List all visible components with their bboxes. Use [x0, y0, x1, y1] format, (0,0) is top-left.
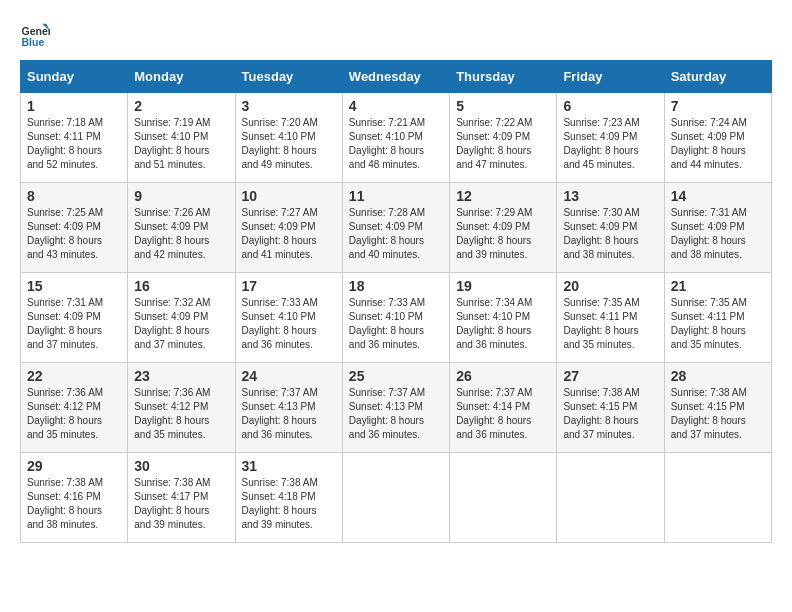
calendar-cell: 20Sunrise: 7:35 AMSunset: 4:11 PMDayligh… [557, 273, 664, 363]
day-number: 2 [134, 98, 228, 114]
weekday-header: Monday [128, 61, 235, 93]
calendar-cell [664, 453, 771, 543]
cell-info: Sunrise: 7:24 AMSunset: 4:09 PMDaylight:… [671, 117, 747, 170]
calendar-cell: 1Sunrise: 7:18 AMSunset: 4:11 PMDaylight… [21, 93, 128, 183]
cell-info: Sunrise: 7:28 AMSunset: 4:09 PMDaylight:… [349, 207, 425, 260]
page-header: General Blue [20, 20, 772, 50]
weekday-header: Wednesday [342, 61, 449, 93]
cell-info: Sunrise: 7:34 AMSunset: 4:10 PMDaylight:… [456, 297, 532, 350]
cell-info: Sunrise: 7:37 AMSunset: 4:13 PMDaylight:… [242, 387, 318, 440]
cell-info: Sunrise: 7:20 AMSunset: 4:10 PMDaylight:… [242, 117, 318, 170]
calendar-cell: 31Sunrise: 7:38 AMSunset: 4:18 PMDayligh… [235, 453, 342, 543]
calendar-cell: 28Sunrise: 7:38 AMSunset: 4:15 PMDayligh… [664, 363, 771, 453]
calendar-cell [450, 453, 557, 543]
calendar-cell: 29Sunrise: 7:38 AMSunset: 4:16 PMDayligh… [21, 453, 128, 543]
calendar-cell: 3Sunrise: 7:20 AMSunset: 4:10 PMDaylight… [235, 93, 342, 183]
day-number: 16 [134, 278, 228, 294]
day-number: 4 [349, 98, 443, 114]
day-number: 7 [671, 98, 765, 114]
calendar-cell: 14Sunrise: 7:31 AMSunset: 4:09 PMDayligh… [664, 183, 771, 273]
cell-info: Sunrise: 7:33 AMSunset: 4:10 PMDaylight:… [242, 297, 318, 350]
calendar-cell: 7Sunrise: 7:24 AMSunset: 4:09 PMDaylight… [664, 93, 771, 183]
day-number: 15 [27, 278, 121, 294]
calendar-cell: 10Sunrise: 7:27 AMSunset: 4:09 PMDayligh… [235, 183, 342, 273]
cell-info: Sunrise: 7:31 AMSunset: 4:09 PMDaylight:… [27, 297, 103, 350]
day-number: 26 [456, 368, 550, 384]
day-number: 19 [456, 278, 550, 294]
calendar-cell: 4Sunrise: 7:21 AMSunset: 4:10 PMDaylight… [342, 93, 449, 183]
calendar-cell: 24Sunrise: 7:37 AMSunset: 4:13 PMDayligh… [235, 363, 342, 453]
calendar-cell: 25Sunrise: 7:37 AMSunset: 4:13 PMDayligh… [342, 363, 449, 453]
logo: General Blue [20, 20, 50, 50]
cell-info: Sunrise: 7:29 AMSunset: 4:09 PMDaylight:… [456, 207, 532, 260]
cell-info: Sunrise: 7:21 AMSunset: 4:10 PMDaylight:… [349, 117, 425, 170]
day-number: 20 [563, 278, 657, 294]
calendar-week-row: 1Sunrise: 7:18 AMSunset: 4:11 PMDaylight… [21, 93, 772, 183]
cell-info: Sunrise: 7:25 AMSunset: 4:09 PMDaylight:… [27, 207, 103, 260]
cell-info: Sunrise: 7:19 AMSunset: 4:10 PMDaylight:… [134, 117, 210, 170]
cell-info: Sunrise: 7:38 AMSunset: 4:17 PMDaylight:… [134, 477, 210, 530]
cell-info: Sunrise: 7:26 AMSunset: 4:09 PMDaylight:… [134, 207, 210, 260]
calendar-cell: 12Sunrise: 7:29 AMSunset: 4:09 PMDayligh… [450, 183, 557, 273]
day-number: 31 [242, 458, 336, 474]
calendar-cell: 13Sunrise: 7:30 AMSunset: 4:09 PMDayligh… [557, 183, 664, 273]
calendar-cell: 16Sunrise: 7:32 AMSunset: 4:09 PMDayligh… [128, 273, 235, 363]
calendar-body: 1Sunrise: 7:18 AMSunset: 4:11 PMDaylight… [21, 93, 772, 543]
calendar-cell: 19Sunrise: 7:34 AMSunset: 4:10 PMDayligh… [450, 273, 557, 363]
calendar-cell: 9Sunrise: 7:26 AMSunset: 4:09 PMDaylight… [128, 183, 235, 273]
cell-info: Sunrise: 7:36 AMSunset: 4:12 PMDaylight:… [134, 387, 210, 440]
day-number: 21 [671, 278, 765, 294]
day-number: 11 [349, 188, 443, 204]
day-number: 18 [349, 278, 443, 294]
cell-info: Sunrise: 7:38 AMSunset: 4:18 PMDaylight:… [242, 477, 318, 530]
calendar-cell: 26Sunrise: 7:37 AMSunset: 4:14 PMDayligh… [450, 363, 557, 453]
day-number: 24 [242, 368, 336, 384]
day-number: 29 [27, 458, 121, 474]
calendar-cell: 23Sunrise: 7:36 AMSunset: 4:12 PMDayligh… [128, 363, 235, 453]
calendar-table: SundayMondayTuesdayWednesdayThursdayFrid… [20, 60, 772, 543]
calendar-week-row: 22Sunrise: 7:36 AMSunset: 4:12 PMDayligh… [21, 363, 772, 453]
calendar-cell [557, 453, 664, 543]
calendar-cell: 15Sunrise: 7:31 AMSunset: 4:09 PMDayligh… [21, 273, 128, 363]
cell-info: Sunrise: 7:18 AMSunset: 4:11 PMDaylight:… [27, 117, 103, 170]
day-number: 6 [563, 98, 657, 114]
calendar-week-row: 29Sunrise: 7:38 AMSunset: 4:16 PMDayligh… [21, 453, 772, 543]
weekday-header: Sunday [21, 61, 128, 93]
calendar-header-row: SundayMondayTuesdayWednesdayThursdayFrid… [21, 61, 772, 93]
cell-info: Sunrise: 7:33 AMSunset: 4:10 PMDaylight:… [349, 297, 425, 350]
cell-info: Sunrise: 7:31 AMSunset: 4:09 PMDaylight:… [671, 207, 747, 260]
weekday-header: Tuesday [235, 61, 342, 93]
calendar-cell: 17Sunrise: 7:33 AMSunset: 4:10 PMDayligh… [235, 273, 342, 363]
weekday-header: Thursday [450, 61, 557, 93]
cell-info: Sunrise: 7:32 AMSunset: 4:09 PMDaylight:… [134, 297, 210, 350]
day-number: 8 [27, 188, 121, 204]
day-number: 17 [242, 278, 336, 294]
day-number: 23 [134, 368, 228, 384]
calendar-cell: 11Sunrise: 7:28 AMSunset: 4:09 PMDayligh… [342, 183, 449, 273]
calendar-cell: 6Sunrise: 7:23 AMSunset: 4:09 PMDaylight… [557, 93, 664, 183]
svg-text:Blue: Blue [22, 36, 45, 48]
day-number: 3 [242, 98, 336, 114]
cell-info: Sunrise: 7:37 AMSunset: 4:13 PMDaylight:… [349, 387, 425, 440]
day-number: 5 [456, 98, 550, 114]
day-number: 12 [456, 188, 550, 204]
day-number: 1 [27, 98, 121, 114]
day-number: 28 [671, 368, 765, 384]
cell-info: Sunrise: 7:35 AMSunset: 4:11 PMDaylight:… [671, 297, 747, 350]
day-number: 27 [563, 368, 657, 384]
cell-info: Sunrise: 7:36 AMSunset: 4:12 PMDaylight:… [27, 387, 103, 440]
calendar-cell: 2Sunrise: 7:19 AMSunset: 4:10 PMDaylight… [128, 93, 235, 183]
calendar-cell: 30Sunrise: 7:38 AMSunset: 4:17 PMDayligh… [128, 453, 235, 543]
calendar-week-row: 15Sunrise: 7:31 AMSunset: 4:09 PMDayligh… [21, 273, 772, 363]
calendar-cell: 8Sunrise: 7:25 AMSunset: 4:09 PMDaylight… [21, 183, 128, 273]
day-number: 9 [134, 188, 228, 204]
calendar-cell: 21Sunrise: 7:35 AMSunset: 4:11 PMDayligh… [664, 273, 771, 363]
day-number: 10 [242, 188, 336, 204]
day-number: 14 [671, 188, 765, 204]
day-number: 25 [349, 368, 443, 384]
weekday-header: Friday [557, 61, 664, 93]
weekday-header: Saturday [664, 61, 771, 93]
cell-info: Sunrise: 7:38 AMSunset: 4:15 PMDaylight:… [563, 387, 639, 440]
calendar-cell: 18Sunrise: 7:33 AMSunset: 4:10 PMDayligh… [342, 273, 449, 363]
cell-info: Sunrise: 7:23 AMSunset: 4:09 PMDaylight:… [563, 117, 639, 170]
